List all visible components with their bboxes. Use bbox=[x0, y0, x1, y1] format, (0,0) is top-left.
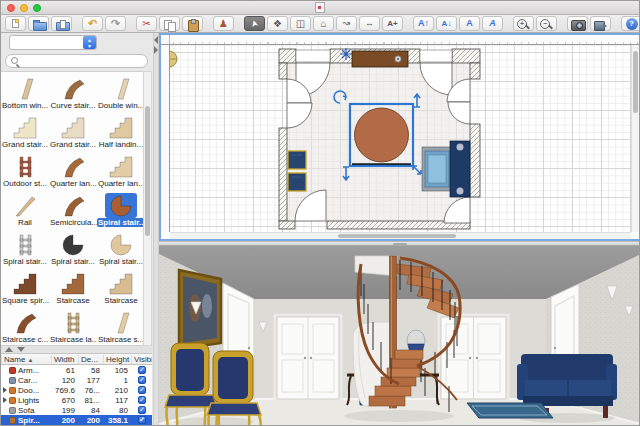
3d-rug[interactable] bbox=[467, 403, 553, 418]
catalog-item[interactable]: Quarter lan... bbox=[97, 152, 143, 191]
collapse-right-icon[interactable] bbox=[154, 46, 158, 54]
pan-button[interactable]: ❖ bbox=[267, 16, 288, 31]
visible-checkbox[interactable] bbox=[138, 366, 146, 374]
catalog-item[interactable]: Staircase s... bbox=[97, 308, 143, 346]
visible-checkbox[interactable] bbox=[138, 396, 146, 404]
plan-horizontal-scrollbar[interactable] bbox=[170, 232, 631, 239]
open-button[interactable] bbox=[28, 16, 49, 31]
italic-button[interactable]: A bbox=[482, 16, 503, 31]
catalog-item[interactable]: Double win... bbox=[97, 74, 143, 113]
catalog-item[interactable]: Rail bbox=[1, 191, 49, 230]
3d-view[interactable] bbox=[159, 246, 640, 426]
copy-button[interactable] bbox=[159, 16, 180, 31]
column-header[interactable]: Width bbox=[51, 355, 78, 364]
plan-vscroll-thumb[interactable] bbox=[633, 51, 638, 113]
search-field[interactable] bbox=[5, 54, 148, 68]
visible-checkbox[interactable] bbox=[138, 406, 146, 414]
catalog-item[interactable]: Semicircula... bbox=[49, 191, 97, 230]
plan-sofa[interactable] bbox=[450, 141, 470, 197]
furniture-row[interactable]: Lights 670 81... 117 bbox=[1, 395, 152, 405]
group-expand-icon[interactable] bbox=[3, 397, 7, 403]
bold-button[interactable]: A bbox=[459, 16, 480, 31]
search-input[interactable] bbox=[20, 55, 147, 67]
3d-painting[interactable] bbox=[179, 270, 221, 349]
column-header[interactable]: Visible bbox=[131, 355, 152, 364]
furniture-depth: 76... bbox=[78, 386, 103, 395]
visible-checkbox[interactable] bbox=[138, 416, 146, 424]
catalog-scrollbar[interactable] bbox=[143, 71, 152, 346]
undo-button[interactable]: ↶ bbox=[82, 16, 103, 31]
catalog-item[interactable]: Grand stair... bbox=[1, 113, 49, 152]
new-file-button[interactable] bbox=[5, 16, 26, 31]
catalog-item[interactable]: Square spir... bbox=[1, 269, 49, 308]
redo-button[interactable]: ↷ bbox=[105, 16, 126, 31]
visible-checkbox[interactable] bbox=[138, 386, 146, 394]
catalog-item-label: Staircase bbox=[103, 296, 138, 305]
create-dimensions-button[interactable]: ↔ bbox=[359, 16, 380, 31]
plan-hscroll-thumb[interactable] bbox=[338, 234, 456, 238]
plan-carpet[interactable] bbox=[422, 147, 452, 191]
catalog-item[interactable]: Curve stair... bbox=[49, 74, 97, 113]
paste-button[interactable] bbox=[182, 16, 203, 31]
3d-back-double-door-left[interactable] bbox=[275, 315, 341, 399]
catalog-item-label: Half landin... bbox=[98, 140, 143, 149]
column-header[interactable]: Height bbox=[103, 355, 131, 364]
help-button[interactable]: ? bbox=[621, 16, 640, 31]
category-dropdown[interactable]: ▲▼ bbox=[9, 35, 97, 50]
furniture-row[interactable]: Sofa 199 84 80 bbox=[1, 405, 152, 415]
catalog-item[interactable]: Staircase bbox=[97, 269, 143, 308]
column-header[interactable]: Name ▲ bbox=[1, 355, 51, 364]
document-icon bbox=[315, 2, 325, 13]
catalog-item[interactable]: Spiral stair... bbox=[97, 191, 143, 230]
increase-text-size-button[interactable]: A↑ bbox=[413, 16, 434, 31]
create-rooms-button[interactable]: ⌂ bbox=[313, 16, 334, 31]
catalog-scrollbar-thumb[interactable] bbox=[145, 106, 150, 236]
catalog-item[interactable]: Quarter lan... bbox=[49, 152, 97, 191]
catalog-item[interactable]: Spiral stair... bbox=[97, 230, 143, 269]
group-expand-icon[interactable] bbox=[3, 387, 7, 393]
catalog-item[interactable]: Staircase la... bbox=[49, 308, 97, 346]
visible-checkbox[interactable] bbox=[138, 376, 146, 384]
furniture-row[interactable]: Spir... 200 200 358.1 bbox=[1, 415, 152, 425]
plan-vertical-scrollbar[interactable] bbox=[631, 45, 639, 232]
catalog-item-icon bbox=[9, 271, 41, 296]
catalog-item[interactable]: Staircase bbox=[49, 269, 97, 308]
catalog-item[interactable]: Spiral stair... bbox=[49, 230, 97, 269]
catalog-item-icon bbox=[57, 76, 89, 101]
plan-canvas[interactable] bbox=[170, 45, 631, 232]
plan-view[interactable] bbox=[159, 33, 640, 241]
create-walls-button[interactable]: ◫ bbox=[290, 16, 311, 31]
collapse-down-icon[interactable] bbox=[17, 347, 25, 352]
furniture-row[interactable]: Doo... 769.6 76... 210 bbox=[1, 385, 152, 395]
catalog-list-splitter[interactable] bbox=[1, 346, 153, 353]
zoom-in-button[interactable]: + bbox=[513, 16, 534, 31]
furniture-name: Arm... bbox=[18, 366, 39, 375]
create-polylines-button[interactable]: ↝ bbox=[336, 16, 357, 31]
furniture-width: 670 bbox=[51, 396, 78, 405]
furniture-row[interactable]: Arm... 61 58 105 bbox=[1, 365, 152, 375]
create-video-button[interactable] bbox=[590, 16, 611, 31]
catalog-item-label: Bottom win... bbox=[1, 101, 49, 110]
catalog-item-icon bbox=[105, 76, 137, 101]
catalog-item[interactable]: Outdoor st... bbox=[1, 152, 49, 191]
catalog-item[interactable]: Spiral stair... bbox=[1, 230, 49, 269]
create-photo-button[interactable] bbox=[567, 16, 588, 31]
collapse-left-icon[interactable] bbox=[154, 36, 158, 44]
catalog-item[interactable]: Staircase c... bbox=[1, 308, 49, 346]
catalog-item[interactable]: Grand stair... bbox=[49, 113, 97, 152]
catalog-item-icon bbox=[9, 154, 41, 179]
column-header[interactable]: De... bbox=[78, 355, 103, 364]
zoom-out-button[interactable]: − bbox=[536, 16, 557, 31]
add-texts-button[interactable]: A+ bbox=[382, 16, 403, 31]
collapse-up-icon[interactable] bbox=[5, 347, 13, 352]
catalog-item[interactable]: Bottom win... bbox=[1, 74, 49, 113]
catalog-item[interactable]: Half landin... bbox=[97, 113, 143, 152]
furniture-row[interactable]: Car... 120 177 1 bbox=[1, 375, 152, 385]
save-button[interactable] bbox=[51, 16, 72, 31]
catalog-item-icon bbox=[57, 193, 89, 218]
add-furniture-button[interactable]: ♟ bbox=[213, 16, 234, 31]
plan-compass[interactable] bbox=[170, 51, 177, 67]
decrease-text-size-button[interactable]: A↓ bbox=[436, 16, 457, 31]
cut-button[interactable]: ✂ bbox=[136, 16, 157, 31]
select-button[interactable]: ➤ bbox=[244, 16, 265, 31]
